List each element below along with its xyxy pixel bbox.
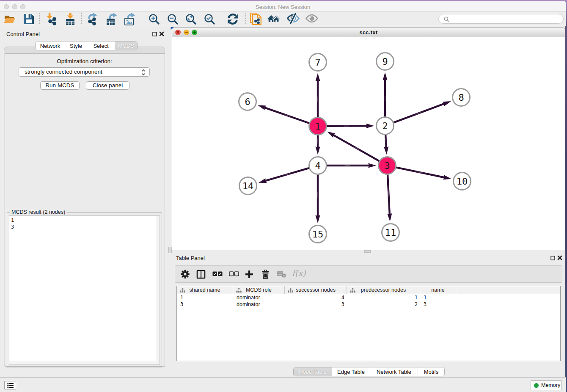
node-table-header: shared nameMCDS rolesuccessor nodesprede…	[177, 286, 560, 294]
mcds-result-text[interactable]: 1 3	[9, 215, 160, 365]
control-panel-close-icon[interactable]	[159, 31, 164, 36]
cell[interactable]: 1	[177, 294, 233, 301]
add-row-icon[interactable]	[245, 270, 254, 279]
toolbar-separator	[81, 13, 82, 25]
toolbar-separator	[39, 13, 40, 25]
show-graphics-details-icon[interactable]	[306, 13, 318, 25]
column-header-filler	[456, 286, 560, 294]
column-header-MCDS-role[interactable]: MCDS role	[233, 286, 285, 294]
control-panel-title: Control Panel	[6, 31, 40, 37]
tab-network-table[interactable]: Network Table	[370, 367, 418, 376]
table-panel-close-icon[interactable]	[557, 255, 562, 260]
save-session-icon[interactable]	[22, 13, 35, 25]
main-toolbar	[0, 12, 566, 26]
node-label-8: 8	[458, 92, 464, 103]
mcds-result-vscrollbar[interactable]	[156, 216, 160, 361]
apply-layout-icon[interactable]	[226, 13, 239, 25]
cell[interactable]: dominator	[233, 301, 285, 308]
table-panel-tabs: Node TableEdge TableNetwork TableMotifs	[293, 367, 445, 376]
table-toolbar: f(x)	[175, 265, 562, 283]
tab-mcds[interactable]: MCDS	[115, 41, 137, 50]
tab-select[interactable]: Select	[87, 41, 115, 50]
horizontal-splitter-grip[interactable]	[364, 250, 371, 253]
memory-label: Memory	[541, 382, 560, 388]
network-window: scc.txt 7968124314101511	[172, 27, 565, 250]
zoom-fit-icon[interactable]	[184, 13, 197, 25]
export-table-icon[interactable]	[105, 13, 118, 25]
table-row-0[interactable]: 1dominator411	[177, 294, 560, 301]
close-panel-button[interactable]: Close panel	[86, 81, 129, 90]
column-header-successor-nodes[interactable]: successor nodes	[285, 286, 347, 294]
vertical-splitter-grip[interactable]	[168, 247, 172, 253]
cell[interactable]: 3	[177, 301, 233, 308]
cell[interactable]: 1	[347, 294, 420, 301]
node-table[interactable]: shared nameMCDS rolesuccessor nodesprede…	[176, 286, 561, 361]
edge-midpoint-mark	[386, 138, 386, 144]
delete-row-icon[interactable]	[261, 270, 270, 279]
control-panel-float-icon[interactable]	[152, 32, 157, 36]
tab-style[interactable]: Style	[65, 41, 87, 50]
cell[interactable]: 3	[285, 301, 347, 308]
node-label-11: 11	[385, 227, 396, 238]
import-network-icon[interactable]	[46, 13, 58, 25]
cell[interactable]: 3	[420, 301, 456, 308]
network-window-titlebar[interactable]: scc.txt	[172, 28, 565, 37]
vertical-splitter[interactable]	[166, 26, 172, 377]
cell[interactable]: dominator	[233, 294, 285, 301]
delete-table-icon[interactable]	[277, 271, 286, 278]
node-label-2: 2	[382, 121, 388, 131]
network-canvas[interactable]: 7968124314101511	[172, 38, 565, 250]
function-builder-icon[interactable]: f(x)	[292, 268, 306, 278]
tab-motifs[interactable]: Motifs	[418, 367, 444, 376]
table-columns-icon[interactable]	[196, 270, 206, 279]
edge-arrow-3-1	[327, 132, 335, 138]
select-all-icon[interactable]	[212, 271, 223, 276]
task-history-button[interactable]	[4, 381, 16, 389]
backdrop-window-right	[565, 0, 567, 392]
table-settings-icon[interactable]	[181, 270, 190, 279]
mcds-result-hscrollbar[interactable]	[9, 361, 160, 364]
node-label-3: 3	[384, 160, 390, 171]
optimization-criterion-select[interactable]: strongly connected component	[19, 67, 150, 77]
export-network-icon[interactable]	[87, 13, 100, 25]
hide-graphics-details-icon[interactable]	[287, 13, 300, 25]
node-label-10: 10	[457, 176, 468, 187]
column-header-name[interactable]: name	[420, 286, 456, 294]
network-overview-icon[interactable]	[250, 13, 263, 25]
mcds-result-group: MCDS result (2 nodes) 1 3	[7, 212, 162, 367]
tab-node-table[interactable]: Node Table	[294, 367, 332, 376]
search-input[interactable]	[438, 14, 564, 24]
table-panel-float-icon[interactable]	[550, 256, 555, 260]
edge-arrow-1-2	[366, 124, 374, 128]
tab-network[interactable]: Network	[36, 41, 65, 50]
column-header-shared-name[interactable]: shared name	[177, 286, 233, 294]
cell[interactable]: 1	[420, 294, 456, 301]
run-mcds-button[interactable]: Run MCDS	[40, 81, 80, 90]
node-label-4: 4	[315, 160, 320, 171]
zoom-in-icon[interactable]	[148, 13, 160, 25]
unselect-all-icon[interactable]	[229, 271, 239, 276]
import-table-icon[interactable]	[64, 13, 77, 25]
toolbar-separator	[142, 13, 142, 25]
mcds-result-title: MCDS result (2 nodes)	[10, 209, 66, 215]
app-title: Session: New Session	[0, 4, 566, 10]
home-icon[interactable]	[267, 13, 280, 25]
tab-edge-table[interactable]: Edge Table	[332, 367, 370, 376]
task-list-icon	[7, 383, 14, 388]
cell[interactable]: 2	[347, 301, 420, 308]
column-header-predecessor-nodes[interactable]: predecessor nodes	[347, 286, 420, 294]
node-label-6: 6	[245, 97, 250, 107]
table-row-1[interactable]: 3dominator323	[177, 301, 560, 308]
memory-status-dot	[534, 383, 539, 388]
memory-button[interactable]: Memory	[531, 380, 562, 390]
open-session-icon[interactable]	[3, 13, 16, 25]
edge-arrow-1-7	[315, 73, 320, 81]
node-label-1: 1	[315, 121, 320, 132]
node-table-body: 1dominator4113dominator323	[177, 294, 560, 308]
node-label-9: 9	[382, 56, 388, 67]
zoom-out-icon[interactable]	[166, 13, 179, 25]
export-image-icon[interactable]	[124, 13, 136, 25]
zoom-selected-icon[interactable]	[203, 13, 216, 25]
cell[interactable]: 4	[285, 294, 347, 301]
optimization-criterion-value: strongly connected component	[25, 69, 102, 75]
